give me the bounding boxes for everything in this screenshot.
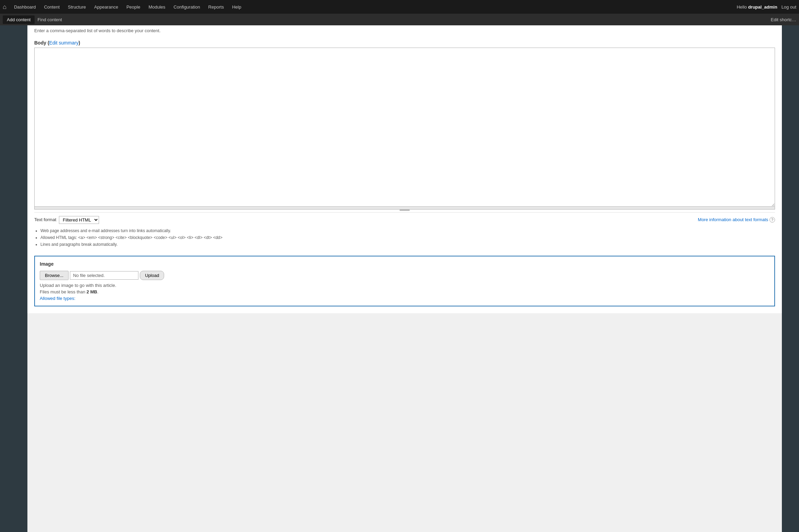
nav-structure[interactable]: Structure bbox=[64, 0, 90, 14]
nav-modules[interactable]: Modules bbox=[144, 0, 169, 14]
text-format-select[interactable]: Filtered HTML bbox=[59, 216, 99, 224]
home-icon[interactable]: ⌂ bbox=[3, 3, 7, 11]
content-area: Enter a comma-separated list of words to… bbox=[27, 25, 782, 532]
find-content-link[interactable]: Find content bbox=[37, 17, 62, 22]
format-hint-2: Allowed HTML tags: <a> <em> <strong> <ci… bbox=[40, 235, 222, 241]
user-greeting: Hello drupal_admin bbox=[737, 4, 777, 10]
gray-section-bottom bbox=[27, 313, 782, 324]
more-info-link[interactable]: More information about text formats ? bbox=[698, 215, 775, 224]
username: drupal_admin bbox=[748, 4, 777, 10]
top-navigation: ⌂ Dashboard Content Structure Appearance… bbox=[0, 0, 799, 14]
right-sidebar bbox=[782, 25, 799, 532]
upload-button[interactable]: Upload bbox=[140, 271, 164, 280]
browse-button[interactable]: Browse... bbox=[40, 271, 69, 280]
nav-configuration[interactable]: Configuration bbox=[170, 0, 204, 14]
main-wrapper: Enter a comma-separated list of words to… bbox=[0, 25, 799, 532]
format-hint-3: Lines and paragraphs break automatically… bbox=[40, 241, 222, 248]
nav-people[interactable]: People bbox=[122, 0, 144, 14]
file-upload-row: Browse... No file selected. Upload bbox=[40, 271, 770, 280]
image-section: Image Browse... No file selected. Upload… bbox=[34, 256, 775, 306]
logout-link[interactable]: Log out bbox=[782, 4, 796, 10]
text-format-row: Text format Filtered HTML Web page addre… bbox=[34, 212, 775, 251]
upload-size-limit: 2 MB bbox=[87, 289, 97, 294]
nav-content[interactable]: Content bbox=[40, 0, 64, 14]
nav-appearance[interactable]: Appearance bbox=[90, 0, 122, 14]
allowed-file-types: Allowed file types: bbox=[40, 296, 770, 301]
format-hint-1: Web page addresses and e-mail addresses … bbox=[40, 228, 222, 234]
image-section-title: Image bbox=[40, 261, 770, 267]
body-textarea[interactable] bbox=[34, 48, 775, 207]
upload-hint-1: Upload an image to go with this article. bbox=[40, 283, 770, 288]
format-hints: Web page addresses and e-mail addresses … bbox=[34, 228, 222, 248]
left-sidebar bbox=[0, 25, 27, 532]
edit-summary-link[interactable]: Edit summary bbox=[49, 40, 79, 46]
nav-reports[interactable]: Reports bbox=[204, 0, 228, 14]
secondary-bar: Add content Find content Edit shortc… bbox=[0, 14, 799, 25]
nav-dashboard[interactable]: Dashboard bbox=[10, 0, 40, 14]
text-format-label: Text format bbox=[34, 215, 56, 224]
comma-hint-text: Enter a comma-separated list of words to… bbox=[34, 25, 775, 37]
help-icon[interactable]: ? bbox=[770, 217, 775, 223]
upload-hint-2: Files must be less than 2 MB. bbox=[40, 289, 770, 294]
file-name-display: No file selected. bbox=[70, 271, 138, 280]
nav-help[interactable]: Help bbox=[228, 0, 245, 14]
edit-shortcut-text: Edit shortc… bbox=[771, 17, 796, 22]
textarea-resize-handle[interactable] bbox=[34, 207, 775, 210]
allowed-file-types-link[interactable]: Allowed file types: bbox=[40, 296, 75, 301]
add-content-button[interactable]: Add content bbox=[3, 15, 35, 24]
form-panel: Enter a comma-separated list of words to… bbox=[27, 25, 782, 313]
body-field-label: Body (Edit summary) bbox=[34, 37, 775, 48]
